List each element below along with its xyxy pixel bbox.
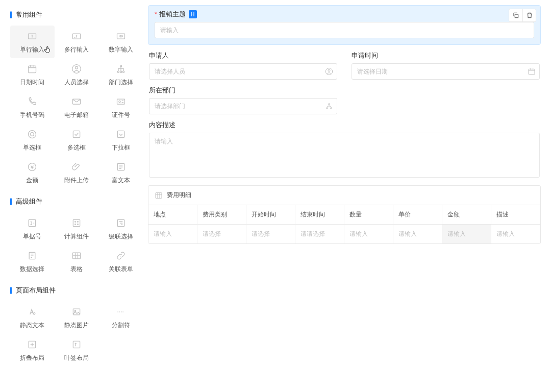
component-label: 富文本: [112, 176, 130, 185]
field-actions: [509, 9, 536, 22]
checkbox-icon: [70, 128, 83, 140]
component-sidebar: 常用组件 单行输入多行输入数字输入日期时间人员选择部门选择手机号码电子邮箱证件号…: [0, 0, 148, 392]
component-checkbox[interactable]: 多选框: [55, 124, 99, 156]
detail-table[interactable]: 费用明细 地点费用类别开始时间结束时间数量单价金额描述 请输入请选择请选择请请选…: [148, 185, 541, 244]
svg-rect-15: [73, 131, 80, 137]
svg-point-8: [120, 71, 121, 72]
description-textarea[interactable]: [149, 133, 540, 178]
textarea-icon: [70, 30, 83, 42]
section-title-common: 常用组件: [10, 10, 143, 19]
table-cell[interactable]: 请输入: [148, 225, 197, 243]
docno-icon: [26, 217, 38, 229]
selected-field-block[interactable]: * 报销主题 H: [148, 5, 541, 45]
component-image[interactable]: 静态图片: [55, 301, 99, 334]
component-label: 关联表单: [109, 265, 133, 274]
svg-point-23: [75, 224, 76, 225]
richtext-icon: [115, 161, 127, 173]
component-id[interactable]: 证件号: [98, 91, 143, 124]
component-label: 手机号码: [20, 111, 44, 119]
link-icon: [115, 250, 127, 262]
applicant-input[interactable]: [149, 63, 337, 80]
section-common: 常用组件 单行输入多行输入数字输入日期时间人员选择部门选择手机号码电子邮箱证件号…: [10, 10, 143, 189]
radio-icon: [26, 128, 38, 140]
table-cell[interactable]: 请请选择: [295, 225, 344, 243]
component-link[interactable]: 关联表单: [98, 245, 143, 278]
component-user[interactable]: 人员选择: [55, 58, 99, 91]
cascade-icon: [115, 217, 127, 229]
org-icon: [325, 102, 333, 110]
phone-icon: [26, 95, 38, 108]
table-cell[interactable]: 请输入: [393, 225, 442, 243]
component-tabs[interactable]: 叶签布局: [55, 334, 99, 366]
component-textarea[interactable]: 多行输入: [55, 26, 99, 58]
svg-point-9: [122, 71, 124, 72]
svg-rect-31: [73, 341, 80, 348]
department-input[interactable]: [149, 98, 337, 114]
table-header: 金额: [442, 205, 491, 225]
table-header: 费用类别: [197, 205, 246, 225]
component-label: 人员选择: [64, 78, 89, 87]
number-icon: [115, 30, 127, 42]
svg-rect-20: [73, 219, 80, 226]
svg-point-38: [331, 108, 332, 109]
svg-point-14: [31, 132, 34, 136]
user-icon: [70, 63, 83, 75]
component-attach[interactable]: 附件上传: [55, 156, 99, 189]
svg-rect-10: [72, 99, 80, 104]
delete-button[interactable]: [522, 9, 536, 21]
component-label: 多行输入: [64, 45, 89, 54]
required-star: *: [155, 11, 157, 18]
component-mail[interactable]: 电子邮箱: [55, 91, 99, 124]
component-text-input[interactable]: 单行输入: [10, 26, 55, 58]
component-docno[interactable]: 单据号: [10, 212, 55, 245]
component-label: 静态图片: [64, 321, 89, 330]
component-org[interactable]: 部门选择: [98, 58, 143, 91]
svg-rect-19: [29, 219, 36, 226]
applytime-label: 申请时间: [352, 51, 540, 60]
component-number[interactable]: 数字输入: [98, 26, 143, 58]
table-cell[interactable]: 请输入: [491, 225, 540, 243]
svg-rect-2: [117, 34, 124, 39]
text-input-icon: [26, 30, 38, 42]
svg-rect-16: [117, 131, 124, 137]
component-calendar[interactable]: 日期时间: [10, 58, 55, 91]
component-cascade[interactable]: 级联选择: [98, 212, 143, 245]
svg-point-7: [117, 71, 119, 72]
component-label: 多选框: [67, 143, 86, 152]
tabs-icon: [70, 338, 83, 351]
component-label: 证件号: [112, 111, 130, 119]
svg-rect-39: [156, 192, 162, 198]
divider-icon: [115, 306, 127, 318]
table-cell[interactable]: 请选择: [197, 225, 246, 243]
component-dropdown[interactable]: 下拉框: [98, 124, 143, 156]
component-money[interactable]: 金额: [10, 156, 55, 189]
component-label: 计算组件: [64, 232, 89, 241]
selected-field-input[interactable]: [155, 22, 534, 38]
component-divider[interactable]: 分割符: [98, 301, 143, 334]
applytime-input[interactable]: [352, 63, 540, 80]
component-label: 级联选择: [109, 232, 133, 241]
component-table[interactable]: 表格: [55, 245, 99, 278]
svg-point-22: [78, 221, 79, 222]
component-phone[interactable]: 手机号码: [10, 91, 55, 124]
user-icon: [325, 67, 333, 76]
component-calc[interactable]: 计算组件: [55, 212, 99, 245]
copy-button[interactable]: [509, 9, 522, 21]
component-label: 附件上传: [64, 176, 89, 185]
svg-point-34: [328, 69, 330, 71]
table-cell[interactable]: 请输入: [442, 225, 491, 243]
component-label: 数字输入: [109, 45, 133, 54]
table-header: 开始时间: [246, 205, 295, 225]
table-cell[interactable]: 请选择: [246, 225, 295, 243]
table-header: 数量: [344, 205, 393, 225]
component-label: 单行输入: [20, 45, 44, 54]
component-statictext[interactable]: 静态文本: [10, 301, 55, 334]
component-label: 表格: [70, 265, 83, 274]
component-dataselect[interactable]: 数据选择: [10, 245, 55, 278]
calendar-icon: [26, 63, 38, 75]
table-cell[interactable]: 请输入: [344, 225, 393, 243]
component-richtext[interactable]: 富文本: [98, 156, 143, 189]
component-radio[interactable]: 单选框: [10, 124, 55, 156]
section-advanced: 高级组件 单据号计算组件级联选择数据选择表格关联表单: [10, 197, 143, 278]
component-collapse[interactable]: 折叠布局: [10, 334, 55, 366]
